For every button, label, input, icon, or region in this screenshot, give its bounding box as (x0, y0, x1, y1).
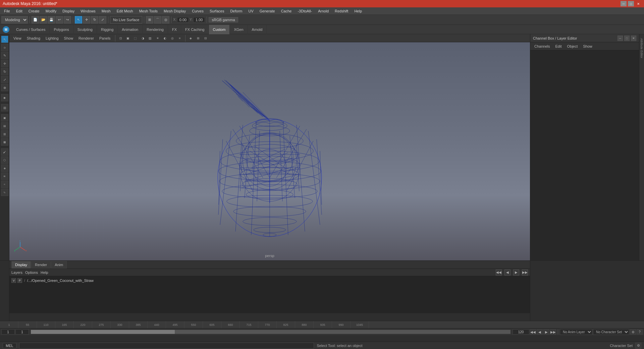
display-settings-4[interactable]: ▦ (1, 138, 8, 146)
motion-blur-icon[interactable]: ≡ (177, 35, 183, 41)
start-frame-input[interactable] (1, 329, 15, 335)
menu-file[interactable]: File (1, 8, 13, 14)
ch-menu-edit[interactable]: Edit (553, 44, 564, 48)
menu-mesh[interactable]: Mesh (99, 8, 113, 14)
next-layer-button[interactable]: ▶▶ (522, 269, 528, 276)
attr-editor-sidebar[interactable]: Attribute Editor (639, 34, 644, 260)
prev-layer-button[interactable]: ◀◀ (496, 269, 502, 276)
play-forward-button[interactable]: ▶▶ (550, 329, 556, 335)
lights-icon[interactable]: ☀ (155, 35, 161, 41)
snap-grid-button[interactable]: ⊞ (146, 16, 153, 23)
menu-curves[interactable]: Curves (189, 8, 206, 14)
tab-render[interactable]: Render (31, 261, 51, 268)
tab-polygons[interactable]: Polygons (50, 25, 73, 34)
textured-icon[interactable]: ▨ (147, 35, 153, 41)
tab-animation[interactable]: Animation (118, 25, 143, 34)
vp-menu-panels[interactable]: Panels (97, 36, 113, 40)
timeline-help-button[interactable]: ? (637, 329, 643, 335)
tab-sculpting[interactable]: Sculpting (73, 25, 97, 34)
tab-anim[interactable]: Anim (51, 261, 67, 268)
channel-box-minimize[interactable]: ─ (618, 36, 623, 41)
camera-settings-icon[interactable]: ⊡ (118, 35, 124, 41)
menu-deform[interactable]: Deform (227, 8, 245, 14)
ch-menu-channels[interactable]: Channels (532, 44, 552, 48)
mode-selector[interactable]: Modeling (1, 16, 28, 23)
undo-button[interactable]: ↩ (56, 16, 63, 23)
display-settings-1[interactable]: ▣ (1, 114, 8, 121)
rotate-tool-button[interactable]: ↻ (91, 16, 98, 23)
soft-select-button[interactable]: ◉ (1, 94, 8, 101)
menu-surfaces[interactable]: Surfaces (207, 8, 227, 14)
mel-tab[interactable]: MEL (3, 343, 16, 348)
fluid-button[interactable]: ≈ (1, 181, 8, 188)
shaded-icon[interactable]: ◑ (140, 35, 146, 41)
vp-menu-shading[interactable]: Shading (25, 36, 42, 40)
menu-generate[interactable]: Generate (257, 8, 278, 14)
menu-3dto-all[interactable]: -3DtoAll- (295, 8, 315, 14)
status-settings-button[interactable]: ⚙ (635, 343, 641, 349)
render-frame-icon[interactable]: ⊞ (195, 35, 201, 41)
tab-fx[interactable]: FX (168, 25, 181, 34)
timeline-range-bar[interactable] (31, 330, 511, 334)
play-backward-button[interactable]: ◀◀ (530, 329, 536, 335)
layers-menu[interactable]: Layers (11, 270, 22, 275)
hair-button[interactable]: ∿ (1, 189, 8, 196)
menu-mesh-display[interactable]: Mesh Display (161, 8, 189, 14)
help-menu-layers[interactable]: Help (41, 270, 48, 275)
menu-edit[interactable]: Edit (13, 8, 25, 14)
menu-uv[interactable]: UV (246, 8, 256, 14)
tab-fx-caching[interactable]: FX Caching (181, 25, 209, 34)
scale-button[interactable]: ⤢ (1, 76, 8, 83)
tab-display[interactable]: Display (11, 261, 31, 268)
viewport-3d[interactable]: .wire { stroke: #1a2a8a; stroke-width: 0… (9, 42, 530, 260)
universal-manip-button[interactable]: ⊕ (1, 84, 8, 91)
sculpt-button[interactable]: ◈ (1, 164, 8, 172)
next-layer-step-button[interactable]: ▶ (513, 269, 519, 276)
ao-icon[interactable]: ◎ (169, 35, 175, 41)
vp-menu-view[interactable]: View (11, 36, 23, 40)
prev-layer-step-button[interactable]: ◀ (504, 269, 511, 276)
play-button[interactable]: ▶ (543, 329, 549, 335)
window-controls[interactable]: ─ □ ✕ (621, 1, 641, 6)
isolate-select-icon[interactable]: ◈ (188, 35, 194, 41)
snap-settings-button[interactable]: ⊞ (1, 104, 8, 111)
scale-tool-button[interactable]: ⤢ (99, 16, 106, 23)
menu-modify[interactable]: Modify (43, 8, 59, 14)
timeline-settings-button[interactable]: ⚙ (630, 329, 636, 335)
paint-select-button[interactable]: ✎ (1, 52, 8, 59)
paint-effects-button[interactable]: 🖌 (1, 148, 8, 156)
display-settings-2[interactable]: ▤ (1, 122, 8, 130)
tab-curves-surfaces[interactable]: Curves / Surfaces (12, 25, 50, 34)
options-menu[interactable]: Options (25, 270, 38, 275)
move-button[interactable]: ✛ (1, 60, 8, 67)
cloth-button[interactable]: ≋ (1, 172, 8, 180)
prev-frame-button[interactable]: ◀ (537, 329, 543, 335)
layer-item[interactable]: V P / /.../Opened_Green_Coconut_with_Str… (10, 277, 529, 284)
menu-cache[interactable]: Cache (278, 8, 294, 14)
display-mode-icon[interactable]: ▣ (125, 35, 131, 41)
vp-menu-lighting[interactable]: Lighting (44, 36, 61, 40)
open-file-button[interactable]: 📂 (40, 16, 47, 23)
wireframe-icon[interactable]: ⬚ (132, 35, 139, 41)
hud-toggle-icon[interactable]: ⊟ (203, 35, 209, 41)
channel-box-close[interactable]: ✕ (631, 36, 636, 41)
tab-arnold[interactable]: Arnold (248, 25, 267, 34)
gamma-display[interactable]: sRGB gamma (209, 17, 238, 22)
channel-box-expand[interactable]: □ (624, 36, 630, 41)
close-button[interactable]: ✕ (635, 1, 641, 6)
rotate-button[interactable]: ↻ (1, 68, 8, 75)
layer-vis-p[interactable]: P (17, 278, 22, 283)
anim-layer-selector[interactable]: No Anim Layer (560, 329, 592, 335)
tab-custom[interactable]: Custom (209, 25, 230, 34)
layer-vis-v[interactable]: V (11, 278, 16, 283)
menu-display[interactable]: Display (60, 8, 77, 14)
current-frame-input[interactable] (15, 329, 29, 335)
menu-mesh-tools[interactable]: Mesh Tools (137, 8, 160, 14)
menu-help[interactable]: Help (352, 8, 365, 14)
ch-menu-show[interactable]: Show (581, 44, 594, 48)
ch-menu-object[interactable]: Object (565, 44, 580, 48)
redo-button[interactable]: ↪ (64, 16, 71, 23)
lasso-select-button[interactable]: ⌾ (1, 44, 8, 51)
minimize-button[interactable]: ─ (621, 1, 627, 6)
menu-redshift[interactable]: Redshift (332, 8, 351, 14)
